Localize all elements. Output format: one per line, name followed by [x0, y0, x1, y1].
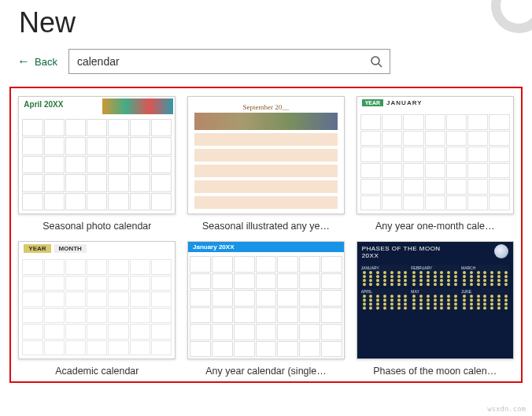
thumb-week-rows	[188, 130, 344, 212]
back-button[interactable]: ← Back	[17, 55, 57, 68]
thumb-calendar-grid	[22, 259, 172, 355]
thumb-months-grid: JANUARY FEBRUARY MARCH APRIL MAY JUNE	[357, 262, 513, 312]
watermark: wsxdn.com	[487, 405, 526, 413]
back-label: Back	[35, 56, 57, 68]
thumb-month-label: September 20__	[188, 97, 344, 113]
template-thumbnail: PHASES OF THE MOON 20XX JANUARY FEBRUARY…	[357, 241, 514, 359]
month-label: FEBRUARY	[411, 265, 459, 271]
thumb-seasonal-image	[102, 98, 173, 114]
search-input[interactable]	[69, 50, 363, 73]
template-thumbnail: September 20__	[187, 96, 345, 214]
template-label: Academic calendar	[55, 366, 139, 377]
template-phases-of-moon[interactable]: PHASES OF THE MOON 20XX JANUARY FEBRUARY…	[353, 241, 516, 377]
template-seasonal-photo[interactable]: April 20XX Seasonal photo calendar	[16, 96, 179, 232]
month-label: MARCH	[461, 265, 509, 271]
month-label: JUNE	[461, 288, 509, 295]
template-thumbnail: YEAR JANUARY	[357, 96, 514, 214]
template-label: Seasonal illustrated any ye…	[202, 221, 330, 232]
templates-highlight-box: April 20XX Seasonal photo calendar Septe…	[9, 87, 523, 383]
template-label: Phases of the moon calen…	[373, 366, 497, 377]
thumb-year-badge: YEAR	[362, 99, 383, 106]
thumb-calendar-grid	[22, 119, 172, 210]
template-thumbnail: January 20XX	[187, 241, 345, 359]
template-label: Any year calendar (single…	[205, 366, 327, 377]
template-label: Seasonal photo calendar	[42, 221, 151, 232]
thumb-illustration	[194, 113, 338, 130]
page-title: New	[19, 6, 513, 39]
month-label: JANUARY	[361, 265, 409, 271]
thumb-header: YEAR JANUARY	[357, 97, 513, 109]
thumb-month-label: JANUARY	[386, 99, 422, 106]
svg-line-1	[379, 64, 382, 67]
template-thumbnail: April 20XX	[18, 96, 175, 214]
search-button[interactable]	[363, 50, 390, 73]
moon-icon	[494, 244, 508, 258]
template-any-year-one-month[interactable]: YEAR JANUARY Any year one-month cale…	[353, 96, 516, 232]
thumb-title: PHASES OF THE MOON	[362, 245, 508, 252]
month-label: MAY	[411, 288, 459, 295]
thumb-header: PHASES OF THE MOON 20XX	[357, 242, 513, 262]
thumb-calendar-grid	[190, 256, 342, 357]
templates-grid: April 20XX Seasonal photo calendar Septe…	[16, 96, 516, 377]
template-academic-calendar[interactable]: YEAR MONTH Academic calendar	[16, 241, 179, 377]
thumb-year: 20XX	[362, 252, 508, 259]
search-box	[68, 49, 390, 74]
svg-point-0	[371, 57, 379, 65]
month-label: APRIL	[361, 288, 409, 295]
header: New	[0, 0, 532, 49]
back-arrow-icon: ←	[17, 55, 30, 68]
template-thumbnail: YEAR MONTH	[18, 241, 175, 359]
nav-row: ← Back	[0, 49, 532, 74]
thumb-header: YEAR MONTH	[19, 242, 175, 255]
template-seasonal-illustrated[interactable]: September 20__ Seasonal illustrated any …	[185, 96, 348, 232]
thumb-calendar-grid	[360, 114, 510, 210]
template-any-year-single[interactable]: January 20XX Any year calendar (single…	[185, 241, 348, 377]
thumb-month-label: MONTH	[54, 244, 87, 253]
search-icon	[370, 55, 382, 68]
thumb-year-badge: YEAR	[24, 244, 50, 253]
thumb-month-bar: January 20XX	[188, 242, 344, 252]
template-label: Any year one-month cale…	[375, 221, 494, 232]
